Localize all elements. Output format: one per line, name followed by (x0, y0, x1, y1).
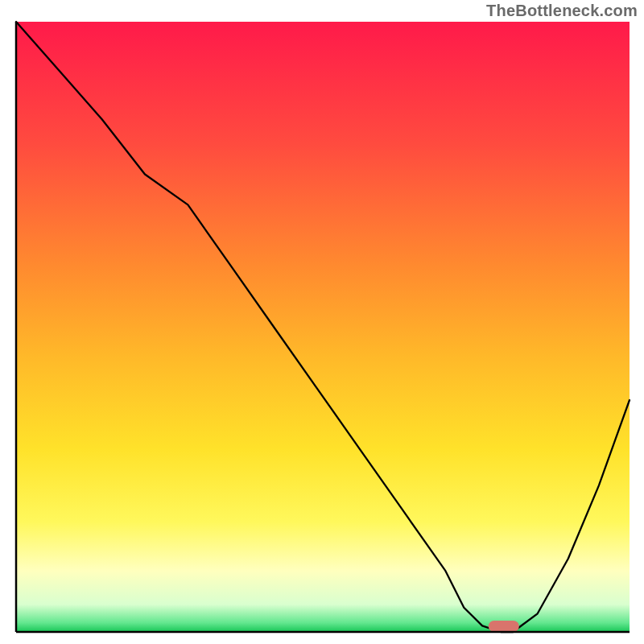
plot-background (16, 22, 630, 632)
chart-container: TheBottleneck.com (0, 0, 644, 644)
watermark-text: TheBottleneck.com (486, 2, 638, 20)
optimal-range-marker (489, 621, 519, 632)
bottleneck-chart (0, 0, 644, 644)
